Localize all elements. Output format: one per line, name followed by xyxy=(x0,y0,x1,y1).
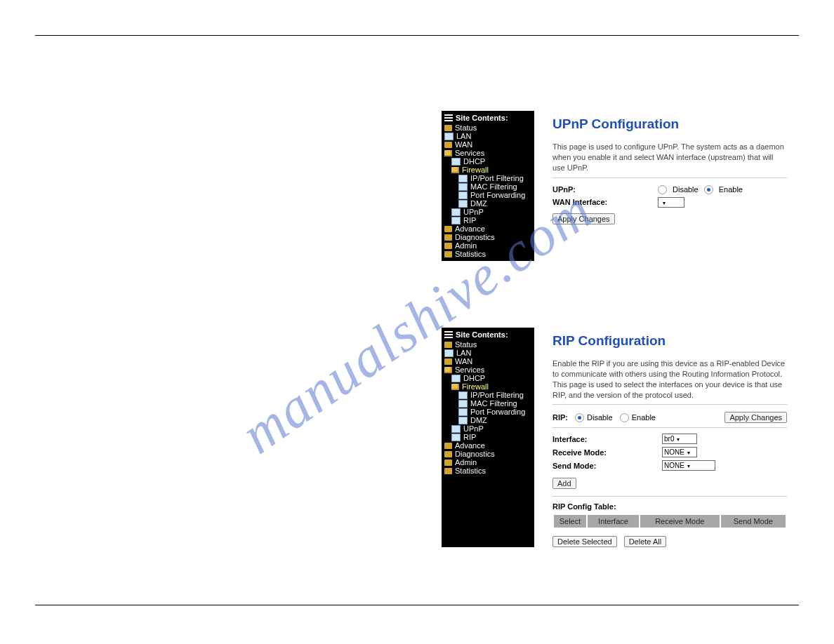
tree-item-label: Services xyxy=(455,149,484,157)
rip-enable-radio[interactable] xyxy=(620,413,629,422)
tree-item-label: DMZ xyxy=(470,416,487,424)
send-mode-select[interactable]: NONE xyxy=(662,460,715,471)
folder-icon xyxy=(444,226,452,232)
tree-item-ip-port-filtering[interactable]: IP/Port Filtering xyxy=(444,174,531,182)
tree-item-advance[interactable]: Advance xyxy=(444,441,531,450)
tree-item-dmz[interactable]: DMZ xyxy=(444,199,531,208)
tree-item-port-forwarding[interactable]: Port Forwarding xyxy=(444,408,531,416)
tree-item-firewall[interactable]: Firewall xyxy=(444,382,531,391)
col-interface: Interface xyxy=(588,515,639,528)
tree-item-rip[interactable]: RIP xyxy=(444,216,531,224)
tree-item-wan[interactable]: WAN xyxy=(444,140,531,149)
tree-item-label: Advance xyxy=(455,224,485,233)
upnp-apply-button[interactable]: Apply Changes xyxy=(552,213,615,224)
tree-item-services[interactable]: Services xyxy=(444,149,531,157)
tree-item-label: IP/Port Filtering xyxy=(470,174,524,182)
tree-item-label: Port Forwarding xyxy=(470,408,525,416)
upnp-disable-text: Disable xyxy=(673,185,699,194)
document-icon xyxy=(451,158,461,166)
folder-icon xyxy=(444,142,452,148)
tree-item-label: UPnP xyxy=(463,208,484,216)
tree-item-wan[interactable]: WAN xyxy=(444,357,531,365)
tree-item-diagnostics[interactable]: Diagnostics xyxy=(444,233,531,241)
tree-header: Site Contents: xyxy=(444,330,531,339)
tree-item-label: Services xyxy=(455,365,484,374)
folder-icon xyxy=(451,167,459,173)
tree-item-label: MAC Filtering xyxy=(470,399,517,408)
receive-mode-select[interactable]: NONE xyxy=(662,447,697,457)
folder-icon xyxy=(444,234,452,241)
tree-item-advance[interactable]: Advance xyxy=(444,224,531,233)
document-icon xyxy=(458,400,468,408)
rip-table-title: RIP Config Table: xyxy=(552,502,787,511)
delete-selected-button[interactable]: Delete Selected xyxy=(552,536,617,547)
rip-apply-button[interactable]: Apply Changes xyxy=(724,412,787,423)
rip-disable-text: Disable xyxy=(587,413,613,422)
tree-item-label: WAN xyxy=(455,357,472,365)
wan-interface-select[interactable] xyxy=(658,197,684,208)
tree-item-admin[interactable]: Admin xyxy=(444,458,531,467)
tree-item-diagnostics[interactable]: Diagnostics xyxy=(444,450,531,458)
rip-enable-text: Enable xyxy=(632,413,656,422)
delete-all-button[interactable]: Delete All xyxy=(624,536,666,547)
upnp-disable-radio[interactable] xyxy=(658,185,667,194)
tree-item-label: DMZ xyxy=(470,199,487,208)
interface-select[interactable]: br0 xyxy=(662,434,697,444)
document-icon xyxy=(451,208,461,216)
tree-item-rip[interactable]: RIP xyxy=(444,433,531,441)
document-icon xyxy=(458,183,468,191)
rip-add-button[interactable]: Add xyxy=(552,478,576,489)
tree-item-label: Status xyxy=(455,340,477,349)
tree-item-lan[interactable]: LAN xyxy=(444,349,531,357)
upnp-enable-text: Enable xyxy=(719,185,743,194)
tree-item-label: LAN xyxy=(456,349,471,357)
document-icon xyxy=(458,200,468,208)
tree-item-mac-filtering[interactable]: MAC Filtering xyxy=(444,399,531,408)
document-icon xyxy=(458,391,468,399)
document-icon xyxy=(458,192,468,199)
tree-item-dhcp[interactable]: DHCP xyxy=(444,374,531,382)
rip-label: RIP: xyxy=(552,413,568,422)
tree-item-firewall[interactable]: Firewall xyxy=(444,166,531,174)
tree-item-ip-port-filtering[interactable]: IP/Port Filtering xyxy=(444,391,531,399)
upnp-enable-radio[interactable] xyxy=(704,185,713,194)
tree-item-label: Statistics xyxy=(455,250,486,258)
tree-item-mac-filtering[interactable]: MAC Filtering xyxy=(444,182,531,191)
tree-item-label: Firewall xyxy=(462,382,489,391)
tree-item-services[interactable]: Services xyxy=(444,365,531,374)
tree-item-port-forwarding[interactable]: Port Forwarding xyxy=(444,191,531,199)
wan-interface-label: WAN Interface: xyxy=(552,198,658,206)
tree-item-statistics[interactable]: Statistics xyxy=(444,250,531,258)
document-icon xyxy=(444,349,454,357)
folder-icon xyxy=(444,443,452,449)
col-select: Select xyxy=(554,515,586,528)
document-icon xyxy=(458,417,468,424)
document-icon xyxy=(451,434,461,441)
tree-item-status[interactable]: Status xyxy=(444,340,531,349)
tree-item-label: Diagnostics xyxy=(455,233,495,241)
tree-item-dhcp[interactable]: DHCP xyxy=(444,157,531,166)
rip-disable-radio[interactable] xyxy=(575,413,584,422)
tree-item-label: UPnP xyxy=(463,424,484,433)
rip-title: RIP Configuration xyxy=(552,333,787,349)
document-icon xyxy=(458,408,468,416)
folder-icon xyxy=(444,451,452,457)
menu-icon xyxy=(444,114,453,121)
tree-item-statistics[interactable]: Statistics xyxy=(444,467,531,475)
document-icon xyxy=(451,217,461,224)
tree-item-dmz[interactable]: DMZ xyxy=(444,416,531,424)
tree-item-upnp[interactable]: UPnP xyxy=(444,208,531,216)
folder-icon xyxy=(444,243,452,249)
rip-config-table: Select Interface Receive Mode Send Mode xyxy=(552,514,787,529)
tree-item-admin[interactable]: Admin xyxy=(444,241,531,250)
folder-icon xyxy=(444,468,452,474)
tree-item-upnp[interactable]: UPnP xyxy=(444,424,531,433)
tree-item-lan[interactable]: LAN xyxy=(444,132,531,140)
tree-item-label: Admin xyxy=(455,241,477,250)
folder-icon xyxy=(444,342,452,348)
col-send: Send Mode xyxy=(721,515,786,528)
tree-item-label: Advance xyxy=(455,441,485,450)
upnp-title: UPnP Configuration xyxy=(552,116,787,132)
folder-icon xyxy=(444,459,452,466)
tree-item-status[interactable]: Status xyxy=(444,123,531,132)
